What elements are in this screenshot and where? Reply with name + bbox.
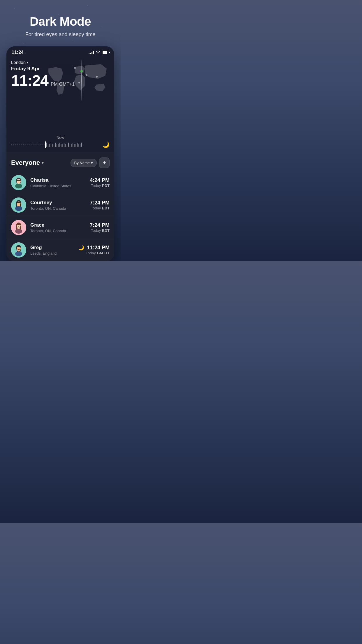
timeline-tick	[51, 143, 51, 147]
add-label: +	[103, 160, 106, 166]
timeline-tick	[57, 144, 57, 147]
timeline-tick	[71, 144, 72, 147]
contact-info-greg: Greg Leeds, England	[30, 245, 78, 256]
timeline-dot	[31, 144, 32, 145]
timeline-tick	[46, 143, 47, 147]
signal-bars-icon	[89, 51, 94, 54]
timeline-tick	[62, 144, 63, 147]
map-dot-2	[86, 74, 87, 76]
timeline-tick	[59, 143, 60, 147]
phone-mockup: 11:24	[6, 46, 114, 261]
timeline-tick	[48, 144, 48, 147]
svg-point-24	[15, 251, 22, 256]
timeline-tick	[68, 143, 69, 147]
now-label: Now	[11, 135, 110, 140]
contacts-section: Everyone ▾ By Name ▾ +	[6, 152, 114, 261]
timeline-tick	[75, 144, 76, 147]
avatar-courtney	[11, 197, 26, 213]
contact-name-grace: Grace	[30, 222, 90, 228]
timeline-dot	[42, 144, 43, 145]
timeline-dot	[36, 144, 36, 145]
add-contact-button[interactable]: +	[99, 158, 110, 168]
contact-name-courtney: Courtney	[30, 200, 90, 206]
status-bar: 11:24	[6, 46, 114, 57]
contact-time-value-grace: 7:24 PM	[90, 222, 110, 228]
avatar-greg	[11, 242, 26, 258]
contact-info-grace: Grace Toronto, ON, Canada	[30, 222, 90, 233]
contact-time-courtney: 7:24 PM Today EDT	[90, 200, 110, 210]
signal-bar-2	[90, 53, 91, 54]
wifi-icon	[96, 50, 100, 55]
contact-time-sub-grace: Today EDT	[90, 228, 110, 233]
timeline-tick	[74, 144, 75, 147]
contact-time-grace: 7:24 PM Today EDT	[90, 222, 110, 233]
timeline-tick	[77, 143, 78, 147]
timeline-dot	[23, 144, 24, 145]
timeline-tick	[52, 144, 53, 147]
map-dot-1	[74, 67, 76, 69]
contact-item-grace[interactable]: Grace Toronto, ON, Canada 7:24 PM Today …	[6, 216, 114, 239]
timeline-dot	[19, 144, 20, 145]
signal-bar-1	[89, 53, 89, 54]
hero-section: Dark Mode For tired eyes and sleepy time	[19, 15, 101, 38]
timeline-dot	[15, 144, 16, 145]
contact-time-sub-charisa: Today PDT	[90, 183, 110, 188]
battery-icon	[102, 51, 109, 54]
contacts-header: Everyone ▾ By Name ▾ +	[6, 152, 114, 172]
svg-point-3	[15, 184, 22, 188]
contact-item-greg[interactable]: Greg Leeds, England 🌙 11:24 PM Today GMT…	[6, 239, 114, 261]
timeline-dot	[44, 144, 45, 145]
hero-title: Dark Mode	[25, 15, 95, 29]
contact-location-grace: Toronto, ON, Canada	[30, 229, 90, 233]
group-filter-button[interactable]: Everyone ▾	[11, 159, 44, 167]
hero-subtitle: For tired eyes and sleepy time	[25, 32, 95, 38]
contact-name-charisa: Charisa	[30, 177, 90, 183]
contact-time-value-greg: 🌙 11:24 PM	[78, 245, 110, 251]
location-chevron-icon: ▾	[27, 61, 28, 64]
page-wrapper: Dark Mode For tired eyes and sleepy time…	[0, 0, 121, 261]
location-name: London	[11, 60, 26, 65]
sort-button[interactable]: By Name ▾	[71, 159, 97, 167]
contact-item-charisa[interactable]: Charisa California, United States 4:24 P…	[6, 172, 114, 194]
map-dot-4	[78, 82, 80, 83]
status-time: 11:24	[12, 50, 24, 55]
sort-chevron-icon: ▾	[91, 161, 93, 165]
timeline-dot	[29, 144, 30, 145]
timeline-tick	[73, 143, 73, 147]
timeline-tick	[55, 143, 56, 147]
timeline-dot	[21, 144, 22, 145]
timeline-tick	[81, 143, 82, 147]
svg-point-18	[15, 229, 22, 234]
group-label: Everyone	[11, 159, 40, 167]
timeline-dot	[27, 144, 28, 145]
contact-time-value-charisa: 4:24 PM	[90, 177, 110, 183]
london-dot	[80, 70, 83, 72]
timeline-tick	[70, 144, 70, 147]
svg-point-9	[15, 206, 22, 211]
contact-time-value-courtney: 7:24 PM	[90, 200, 110, 206]
avatar-grace	[11, 220, 26, 235]
map-dot-3	[96, 76, 98, 78]
timeline-tick	[80, 144, 80, 147]
contact-info-charisa: Charisa California, United States	[30, 177, 90, 188]
timeline-dot	[40, 144, 41, 145]
contact-name-greg: Greg	[30, 245, 78, 251]
contact-item-courtney[interactable]: Courtney Toronto, ON, Canada 7:24 PM Tod…	[6, 194, 114, 216]
timeline-tick	[67, 144, 67, 147]
timeline-dot	[11, 144, 12, 145]
signal-bar-3	[92, 52, 92, 54]
contact-location-greg: Leeds, England	[30, 251, 78, 256]
contact-time-greg: 🌙 11:24 PM Today GMT+1	[78, 245, 110, 255]
map-section: London ▾ Friday 9 Apr 11:24 PM GMT+1	[6, 57, 114, 134]
timeline-dot	[13, 144, 14, 145]
battery-fill	[103, 51, 107, 54]
contact-time-sub-courtney: Today EDT	[90, 206, 110, 210]
contact-location-charisa: California, United States	[30, 184, 90, 188]
timeline-tick	[58, 144, 59, 147]
timeline-cursor	[45, 141, 46, 148]
timeline-dot	[25, 144, 26, 145]
group-chevron-icon: ▾	[42, 160, 44, 165]
timeline-dot	[34, 144, 34, 145]
timeline-tick	[78, 144, 79, 147]
svg-point-2	[17, 179, 21, 184]
